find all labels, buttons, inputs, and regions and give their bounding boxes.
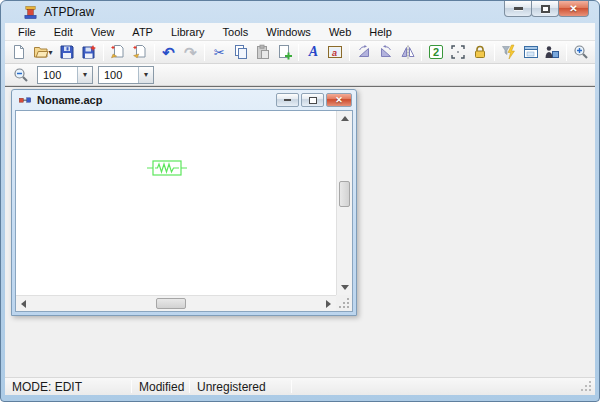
lock-button[interactable] <box>469 42 491 63</box>
flip-button[interactable] <box>397 42 419 63</box>
cut-button[interactable]: ✂ <box>208 42 230 63</box>
vertical-scroll-thumb[interactable] <box>339 181 350 207</box>
status-mode: MODE: EDIT <box>5 378 131 395</box>
menu-atp[interactable]: ATP <box>123 24 162 40</box>
rotate-left-icon <box>378 44 394 60</box>
document-title: Noname.acp <box>37 94 102 106</box>
minimize-icon <box>514 7 523 10</box>
scroll-right-arrow[interactable] <box>321 296 336 311</box>
toolbar-separator <box>566 44 567 61</box>
chevron-down-icon[interactable]: ▾ <box>138 67 153 83</box>
resistor-component[interactable] <box>146 157 188 179</box>
paste-special-icon <box>277 44 293 60</box>
window-map-icon <box>523 44 539 60</box>
main-toolbar: ▾ ↶ ↷ ✂ <box>5 41 595 64</box>
export-icon <box>132 44 148 60</box>
save-button[interactable] <box>57 42 79 63</box>
toolbar-separator <box>204 44 205 61</box>
document-minimize-button[interactable] <box>276 93 299 107</box>
scroll-left-arrow[interactable] <box>16 296 31 311</box>
new-file-button[interactable] <box>8 42 30 63</box>
save-as-icon <box>81 44 97 60</box>
window-map-button[interactable] <box>520 42 542 63</box>
document-icon <box>18 93 32 107</box>
status-registration: Unregistered <box>190 378 291 395</box>
run-atp-2-button[interactable]: 2 <box>425 42 447 63</box>
status-modified: Modified <box>132 378 189 395</box>
objects-button[interactable] <box>541 42 563 63</box>
menu-file[interactable]: File <box>9 24 45 40</box>
zoom-out-button[interactable] <box>10 64 32 85</box>
objects-icon <box>544 44 560 60</box>
text-button[interactable]: A <box>302 42 324 63</box>
document-maximize-button[interactable] <box>301 93 324 107</box>
document-close-button[interactable]: ✕ <box>326 93 352 107</box>
lock-icon <box>472 44 488 60</box>
paste-button[interactable] <box>252 42 274 63</box>
rotate-right-button[interactable] <box>353 42 375 63</box>
redo-button[interactable]: ↷ <box>180 42 202 63</box>
zoom-y-value: 100 <box>99 67 138 83</box>
toolbar-separator <box>349 44 350 61</box>
copy-button[interactable] <box>230 42 252 63</box>
zoom-x-combobox[interactable]: 100 ▾ <box>37 66 93 84</box>
cut-icon: ✂ <box>214 46 225 59</box>
circuit-canvas[interactable] <box>16 111 336 295</box>
horizontal-scrollbar[interactable] <box>16 295 336 311</box>
scroll-down-arrow[interactable] <box>337 280 352 295</box>
menu-windows[interactable]: Windows <box>257 24 320 40</box>
triangle-left-icon <box>21 300 26 308</box>
document-window-controls: ✕ <box>276 93 352 107</box>
run-atp-button[interactable] <box>498 42 520 63</box>
mdi-area: Noname.acp ✕ <box>5 86 595 377</box>
toolbar-separator <box>421 44 422 61</box>
toolbar-separator <box>298 44 299 61</box>
copy-icon <box>233 44 249 60</box>
menu-edit[interactable]: Edit <box>45 24 82 40</box>
import-button[interactable] <box>107 42 129 63</box>
rotate-left-button[interactable] <box>375 42 397 63</box>
horizontal-scroll-thumb[interactable] <box>156 298 186 309</box>
resize-grip-icon <box>336 295 352 311</box>
menu-tools[interactable]: Tools <box>214 24 258 40</box>
menu-web[interactable]: Web <box>320 24 360 40</box>
paste-special-button[interactable] <box>274 42 296 63</box>
run-atp-2-icon: 2 <box>428 44 444 60</box>
text-properties-button[interactable]: a <box>324 42 346 63</box>
zoom-in-icon <box>573 44 589 60</box>
window-resize-grip[interactable] <box>580 380 593 393</box>
close-icon: ✕ <box>569 4 577 14</box>
maximize-button[interactable] <box>531 1 559 17</box>
status-empty-panel <box>292 378 580 395</box>
zoom-in-button[interactable] <box>570 42 592 63</box>
open-dropdown-arrow[interactable]: ▾ <box>49 48 57 57</box>
close-button[interactable]: ✕ <box>558 1 589 17</box>
rotate-right-icon <box>356 44 372 60</box>
paste-icon <box>255 44 271 60</box>
open-file-icon <box>33 44 49 60</box>
scroll-up-arrow[interactable] <box>337 111 352 126</box>
triangle-right-icon <box>326 300 331 308</box>
status-bar: MODE: EDIT Modified Unregistered <box>5 377 595 395</box>
save-as-button[interactable] <box>78 42 100 63</box>
select-region-icon <box>450 44 466 60</box>
select-region-button[interactable] <box>447 42 469 63</box>
app-title: ATPDraw <box>44 5 94 19</box>
text-properties-icon: a <box>327 44 343 60</box>
menu-view[interactable]: View <box>82 24 124 40</box>
vertical-scrollbar[interactable] <box>336 111 352 295</box>
zoom-y-combobox[interactable]: 100 ▾ <box>98 66 154 84</box>
undo-button[interactable]: ↶ <box>158 42 180 63</box>
document-resize-grip[interactable] <box>336 295 352 311</box>
menu-library[interactable]: Library <box>162 24 214 40</box>
zoom-toolbar: 100 ▾ 100 ▾ <box>5 64 595 86</box>
title-bar[interactable]: ATPDraw ✕ <box>1 1 599 23</box>
toolbar-separator <box>154 44 155 61</box>
zoom-out-icon <box>13 67 29 83</box>
export-button[interactable] <box>129 42 151 63</box>
document-title-bar[interactable]: Noname.acp ✕ <box>12 90 356 110</box>
minimize-button[interactable] <box>504 1 532 17</box>
menu-help[interactable]: Help <box>360 24 401 40</box>
chevron-down-icon[interactable]: ▾ <box>77 67 92 83</box>
triangle-up-icon <box>341 116 349 121</box>
